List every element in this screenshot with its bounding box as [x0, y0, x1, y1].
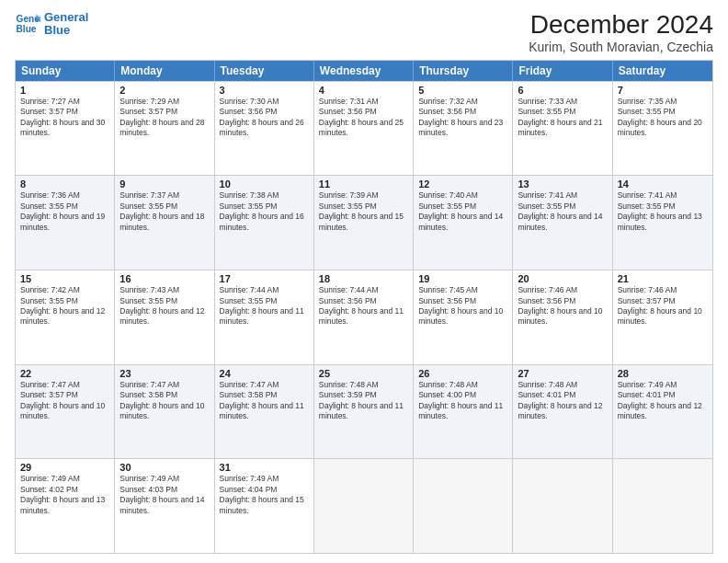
cal-cell-3-6: 28Sunrise: 7:49 AM Sunset: 4:01 PM Dayli… — [613, 365, 712, 459]
logo-icon: General Blue — [15, 11, 40, 37]
cal-cell-2-4: 19Sunrise: 7:45 AM Sunset: 3:56 PM Dayli… — [414, 270, 513, 364]
day-info: Sunrise: 7:46 AM Sunset: 3:57 PM Dayligh… — [618, 285, 708, 327]
page: General Blue General Blue December 2024 … — [0, 0, 728, 563]
day-number: 8 — [20, 178, 109, 190]
day-info: Sunrise: 7:43 AM Sunset: 3:55 PM Dayligh… — [119, 285, 209, 327]
day-info: Sunrise: 7:49 AM Sunset: 4:03 PM Dayligh… — [119, 474, 209, 516]
calendar-row-1: 8Sunrise: 7:36 AM Sunset: 3:55 PM Daylig… — [16, 175, 712, 270]
day-info: Sunrise: 7:49 AM Sunset: 4:04 PM Dayligh… — [220, 474, 309, 516]
day-info: Sunrise: 7:48 AM Sunset: 4:01 PM Dayligh… — [518, 380, 607, 422]
day-info: Sunrise: 7:35 AM Sunset: 3:55 PM Dayligh… — [618, 97, 708, 139]
day-number: 7 — [618, 85, 708, 96]
cal-cell-3-4: 26Sunrise: 7:48 AM Sunset: 4:00 PM Dayli… — [414, 365, 513, 459]
day-info: Sunrise: 7:33 AM Sunset: 3:55 PM Dayligh… — [518, 97, 607, 139]
day-number: 20 — [518, 273, 607, 284]
day-number: 22 — [20, 368, 109, 379]
day-number: 1 — [20, 85, 109, 96]
day-of-week-sunday: Sunday — [16, 61, 115, 81]
cal-cell-2-2: 17Sunrise: 7:44 AM Sunset: 3:55 PM Dayli… — [215, 270, 314, 364]
day-info: Sunrise: 7:40 AM Sunset: 3:55 PM Dayligh… — [418, 190, 507, 233]
day-number: 31 — [220, 462, 309, 473]
day-info: Sunrise: 7:36 AM Sunset: 3:55 PM Dayligh… — [20, 190, 109, 233]
day-info: Sunrise: 7:38 AM Sunset: 3:55 PM Dayligh… — [220, 190, 309, 233]
cal-cell-4-5 — [513, 459, 612, 553]
day-info: Sunrise: 7:47 AM Sunset: 3:58 PM Dayligh… — [119, 380, 209, 422]
day-number: 11 — [319, 178, 408, 190]
cal-cell-1-6: 14Sunrise: 7:41 AM Sunset: 3:55 PM Dayli… — [613, 176, 712, 270]
location: Kurim, South Moravian, Czechia — [529, 40, 713, 54]
cal-cell-2-3: 18Sunrise: 7:44 AM Sunset: 3:56 PM Dayli… — [314, 270, 414, 364]
day-of-week-monday: Monday — [115, 61, 214, 81]
day-number: 21 — [618, 273, 708, 284]
calendar-row-4: 29Sunrise: 7:49 AM Sunset: 4:02 PM Dayli… — [16, 458, 712, 553]
day-info: Sunrise: 7:41 AM Sunset: 3:55 PM Dayligh… — [618, 190, 708, 233]
cal-cell-1-2: 10Sunrise: 7:38 AM Sunset: 3:55 PM Dayli… — [215, 176, 314, 270]
day-number: 28 — [618, 368, 708, 379]
cal-cell-0-6: 7Sunrise: 7:35 AM Sunset: 3:55 PM Daylig… — [613, 82, 712, 176]
day-info: Sunrise: 7:47 AM Sunset: 3:58 PM Dayligh… — [220, 380, 309, 422]
day-info: Sunrise: 7:45 AM Sunset: 3:56 PM Dayligh… — [418, 285, 507, 327]
day-info: Sunrise: 7:48 AM Sunset: 3:59 PM Dayligh… — [319, 380, 408, 422]
day-number: 19 — [418, 273, 507, 284]
cal-cell-4-0: 29Sunrise: 7:49 AM Sunset: 4:02 PM Dayli… — [16, 459, 115, 553]
calendar-header: SundayMondayTuesdayWednesdayThursdayFrid… — [16, 61, 712, 81]
day-number: 3 — [220, 85, 309, 96]
calendar: SundayMondayTuesdayWednesdayThursdayFrid… — [15, 60, 713, 554]
day-info: Sunrise: 7:44 AM Sunset: 3:55 PM Dayligh… — [220, 285, 309, 327]
cal-cell-3-2: 24Sunrise: 7:47 AM Sunset: 3:58 PM Dayli… — [215, 365, 314, 459]
day-number: 18 — [319, 273, 408, 284]
cal-cell-1-3: 11Sunrise: 7:39 AM Sunset: 3:55 PM Dayli… — [314, 176, 414, 270]
calendar-row-2: 15Sunrise: 7:42 AM Sunset: 3:55 PM Dayli… — [16, 270, 712, 364]
day-of-week-wednesday: Wednesday — [314, 61, 414, 81]
day-number: 9 — [119, 178, 209, 190]
cal-cell-0-0: 1Sunrise: 7:27 AM Sunset: 3:57 PM Daylig… — [16, 82, 115, 176]
calendar-body: 1Sunrise: 7:27 AM Sunset: 3:57 PM Daylig… — [16, 81, 712, 553]
cal-cell-4-2: 31Sunrise: 7:49 AM Sunset: 4:04 PM Dayli… — [215, 459, 314, 553]
day-info: Sunrise: 7:37 AM Sunset: 3:55 PM Dayligh… — [119, 190, 209, 233]
cal-cell-3-5: 27Sunrise: 7:48 AM Sunset: 4:01 PM Dayli… — [513, 365, 612, 459]
day-number: 15 — [20, 273, 109, 284]
day-number: 16 — [119, 273, 209, 284]
day-info: Sunrise: 7:31 AM Sunset: 3:56 PM Dayligh… — [319, 97, 408, 139]
cal-cell-4-4 — [414, 459, 513, 553]
day-info: Sunrise: 7:47 AM Sunset: 3:57 PM Dayligh… — [20, 380, 109, 422]
cal-cell-3-1: 23Sunrise: 7:47 AM Sunset: 3:58 PM Dayli… — [115, 365, 214, 459]
day-of-week-friday: Friday — [513, 61, 612, 81]
cal-cell-1-1: 9Sunrise: 7:37 AM Sunset: 3:55 PM Daylig… — [115, 176, 214, 270]
cal-cell-4-3 — [314, 459, 414, 553]
cal-cell-2-5: 20Sunrise: 7:46 AM Sunset: 3:56 PM Dayli… — [513, 270, 612, 364]
cal-cell-3-0: 22Sunrise: 7:47 AM Sunset: 3:57 PM Dayli… — [16, 365, 115, 459]
cal-cell-3-3: 25Sunrise: 7:48 AM Sunset: 3:59 PM Dayli… — [314, 365, 414, 459]
day-info: Sunrise: 7:46 AM Sunset: 3:56 PM Dayligh… — [518, 285, 607, 327]
day-of-week-saturday: Saturday — [613, 61, 712, 81]
day-number: 24 — [220, 368, 309, 379]
day-number: 2 — [119, 85, 209, 96]
day-info: Sunrise: 7:44 AM Sunset: 3:56 PM Dayligh… — [319, 285, 408, 327]
day-info: Sunrise: 7:32 AM Sunset: 3:56 PM Dayligh… — [418, 97, 507, 139]
day-info: Sunrise: 7:39 AM Sunset: 3:55 PM Dayligh… — [319, 190, 408, 233]
day-info: Sunrise: 7:42 AM Sunset: 3:55 PM Dayligh… — [20, 285, 109, 327]
day-number: 13 — [518, 178, 607, 190]
day-number: 14 — [618, 178, 708, 190]
cal-cell-0-5: 6Sunrise: 7:33 AM Sunset: 3:55 PM Daylig… — [513, 82, 612, 176]
cal-cell-4-6 — [613, 459, 712, 553]
month-title: December 2024 — [529, 11, 713, 40]
cal-cell-0-1: 2Sunrise: 7:29 AM Sunset: 3:57 PM Daylig… — [115, 82, 214, 176]
cal-cell-1-4: 12Sunrise: 7:40 AM Sunset: 3:55 PM Dayli… — [414, 176, 513, 270]
day-of-week-thursday: Thursday — [414, 61, 513, 81]
day-number: 27 — [518, 368, 607, 379]
day-of-week-tuesday: Tuesday — [215, 61, 314, 81]
day-number: 4 — [319, 85, 408, 96]
cal-cell-0-2: 3Sunrise: 7:30 AM Sunset: 3:56 PM Daylig… — [215, 82, 314, 176]
day-number: 12 — [418, 178, 507, 190]
day-info: Sunrise: 7:48 AM Sunset: 4:00 PM Dayligh… — [418, 380, 507, 422]
cal-cell-4-1: 30Sunrise: 7:49 AM Sunset: 4:03 PM Dayli… — [115, 459, 214, 553]
calendar-row-3: 22Sunrise: 7:47 AM Sunset: 3:57 PM Dayli… — [16, 364, 712, 459]
cal-cell-2-1: 16Sunrise: 7:43 AM Sunset: 3:55 PM Dayli… — [115, 270, 214, 364]
day-info: Sunrise: 7:27 AM Sunset: 3:57 PM Dayligh… — [20, 97, 109, 139]
svg-text:Blue: Blue — [17, 25, 37, 35]
day-number: 25 — [319, 368, 408, 379]
cal-cell-1-0: 8Sunrise: 7:36 AM Sunset: 3:55 PM Daylig… — [16, 176, 115, 270]
day-number: 17 — [220, 273, 309, 284]
logo-line1: General — [44, 11, 88, 24]
